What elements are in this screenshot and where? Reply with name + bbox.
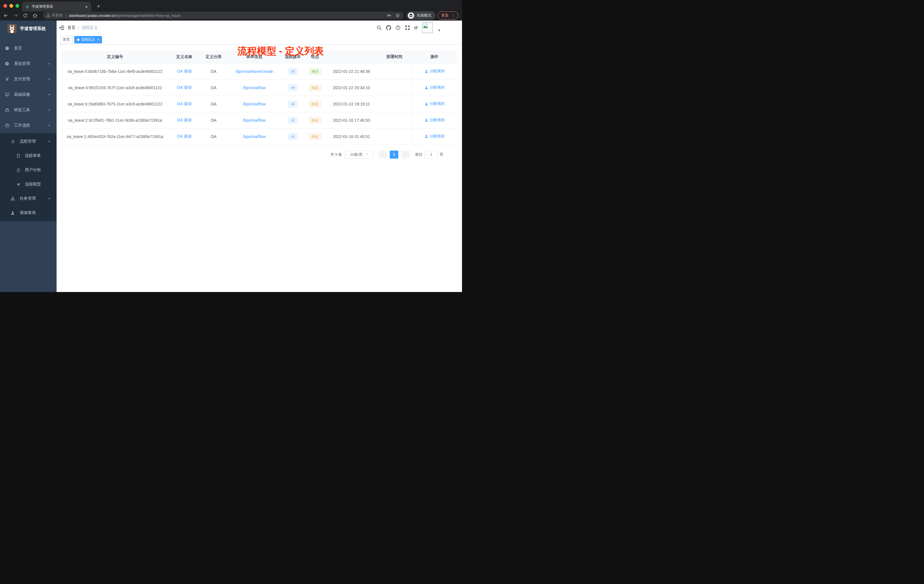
action-cell: 分配规则: [412, 112, 457, 128]
person-icon: [424, 135, 428, 138]
form-info-cell: /bpm/oa/flow: [227, 79, 281, 96]
version-cell: v5: [281, 63, 304, 79]
status-cell: 挂起: [304, 96, 326, 112]
definition-category-cell: OA: [200, 63, 227, 79]
goto-page-input[interactable]: [424, 150, 438, 158]
home-icon[interactable]: [33, 13, 38, 18]
definition-id-cell: oa_leave:3:1fad3d93-7b75-11ec-a3c8-acde4…: [61, 96, 168, 112]
tab-favicon: [25, 5, 30, 8]
definition-name-link[interactable]: OA 请假: [177, 118, 191, 122]
sidebar-item-流程模型[interactable]: 流程模型: [0, 177, 56, 191]
assign-rule-button[interactable]: 分配规则: [424, 85, 445, 90]
sidebar-item-系统管理[interactable]: 系统管理: [0, 56, 56, 71]
window-minimize-button[interactable]: [10, 4, 13, 8]
sidebar-item-支付管理[interactable]: 支付管理: [0, 71, 56, 87]
page-size-select[interactable]: 10条/页: [345, 150, 373, 158]
form-info-link[interactable]: /bpm/oa/leave/create: [236, 69, 273, 74]
definition-name-link[interactable]: OA 请假: [177, 101, 191, 106]
breadcrumb-home[interactable]: 首页: [68, 25, 76, 30]
status-tag: 激活: [309, 68, 322, 75]
avatar[interactable]: [422, 22, 433, 33]
breadcrumb: 首页 / 流程定义: [68, 25, 98, 30]
sidebar-logo-row[interactable]: 芋道管理系统: [0, 21, 56, 36]
breadcrumb-separator: /: [78, 25, 79, 30]
page-number-current[interactable]: 1: [390, 150, 398, 158]
status-tag: 挂起: [309, 101, 322, 107]
active-dot: [77, 39, 79, 41]
version-tag: v3: [288, 101, 298, 107]
pagination: 共 5 条 10条/页 ‹ 1 › 前往 页: [61, 150, 457, 158]
browser-tab[interactable]: 芋道管理系统 ×: [22, 2, 91, 12]
next-page-button[interactable]: ›: [401, 150, 410, 158]
security-label[interactable]: 不安全: [52, 13, 63, 18]
help-icon[interactable]: [396, 25, 401, 30]
bookmark-star-icon[interactable]: [396, 13, 400, 18]
assign-rule-button[interactable]: 分配规则: [424, 69, 445, 74]
url-path: /bpm/manager/definition?key=oa_leave: [116, 13, 180, 18]
column-header-spacer: [326, 51, 377, 63]
window-close-button[interactable]: [3, 4, 7, 8]
sidebar-item-任务管理[interactable]: 任务管理: [0, 191, 56, 206]
form-info-link[interactable]: /bpm/oa/flow: [243, 134, 266, 139]
user-icon: [11, 211, 15, 215]
sidebar-item-用户分组[interactable]: 用户分组: [0, 163, 56, 177]
tag-close-icon[interactable]: ×: [97, 38, 99, 42]
sidebar-item-label: 支付管理: [14, 77, 30, 82]
password-key-icon[interactable]: [387, 13, 391, 18]
browser-update-button[interactable]: 更新: [438, 12, 458, 20]
sidebar-item-请假查询[interactable]: 请假查询: [0, 206, 56, 220]
form-info-link[interactable]: /bpm/oa/flow: [243, 86, 266, 90]
gear-icon: [5, 61, 10, 66]
version-tag: v2: [288, 117, 298, 124]
assign-rule-label: 分配规则: [430, 117, 445, 122]
window-controls: [3, 4, 19, 8]
search-icon[interactable]: [376, 25, 382, 30]
sidebar-item-流程管理[interactable]: 流程管理: [0, 134, 56, 148]
sidebar-item-工作流程[interactable]: 工作流程: [0, 118, 56, 133]
reload-icon[interactable]: [23, 13, 28, 18]
definition-name-link[interactable]: OA 请假: [177, 134, 191, 139]
avatar-caret-icon[interactable]: ▼: [438, 28, 441, 32]
deploy-time-cell: 2022-01-22 21:48:38: [326, 63, 377, 79]
tags-view-tab-首页[interactable]: 首页: [60, 36, 73, 43]
forward-icon[interactable]: [13, 13, 18, 18]
avatar-placeholder-icon: [423, 23, 428, 28]
definition-name-link[interactable]: OA 请假: [177, 69, 191, 73]
tab-title: 芋道管理系统: [32, 4, 83, 9]
sidebar-toggle-icon[interactable]: [59, 25, 64, 31]
back-icon[interactable]: [3, 13, 8, 18]
version-cell: v2: [281, 112, 304, 128]
sidebar-menu: 首页系统管理支付管理基础设施研发工具工作流程流程管理流程表单用户分组流程模型任务…: [0, 41, 56, 221]
fullscreen-icon[interactable]: [405, 25, 410, 30]
browser-menu-icon[interactable]: [451, 14, 455, 17]
assign-rule-button[interactable]: 分配规则: [424, 117, 445, 122]
new-tab-button[interactable]: +: [95, 3, 102, 10]
sidebar-item-基础设施[interactable]: 基础设施: [0, 87, 56, 102]
sidebar-item-label: 研发工具: [14, 107, 30, 112]
page-size-value: 10条/页: [350, 152, 363, 157]
tags-view-tab-流程定义[interactable]: 流程定义×: [74, 36, 102, 43]
form-info-link[interactable]: /bpm/oa/flow: [243, 102, 266, 106]
address-bar[interactable]: 不安全 dashboard.yudao.iocoder.cn/bpm/manag…: [43, 12, 403, 19]
sidebar-item-首页[interactable]: 首页: [0, 41, 56, 56]
form-info-link[interactable]: /bpm/oa/flow: [243, 118, 266, 122]
definition-name-cell: OA 请假: [168, 79, 200, 96]
github-icon[interactable]: [386, 25, 391, 30]
form-info-cell: /bpm/oa/flow: [227, 112, 281, 128]
dashboard-icon: [5, 46, 10, 51]
version-cell: v3: [281, 96, 304, 112]
tab-close-icon[interactable]: ×: [85, 5, 88, 9]
assign-rule-button[interactable]: 分配规则: [424, 101, 445, 106]
spacer-cell: [377, 128, 412, 145]
assign-rule-button[interactable]: 分配规则: [424, 134, 445, 139]
page-jumper: 前往 页: [415, 150, 444, 158]
sidebar-item-研发工具[interactable]: 研发工具: [0, 102, 56, 118]
sidebar-item-流程表单[interactable]: 流程表单: [0, 148, 56, 163]
prev-page-button[interactable]: ‹: [378, 150, 387, 158]
definition-name-link[interactable]: OA 请假: [177, 85, 191, 90]
tags-view: 首页流程定义×: [56, 35, 462, 45]
font-size-icon[interactable]: tT: [414, 25, 418, 30]
toolbox-icon: [5, 108, 10, 112]
definition-name-cell: OA 请假: [168, 112, 200, 128]
window-zoom-button[interactable]: [15, 4, 19, 8]
